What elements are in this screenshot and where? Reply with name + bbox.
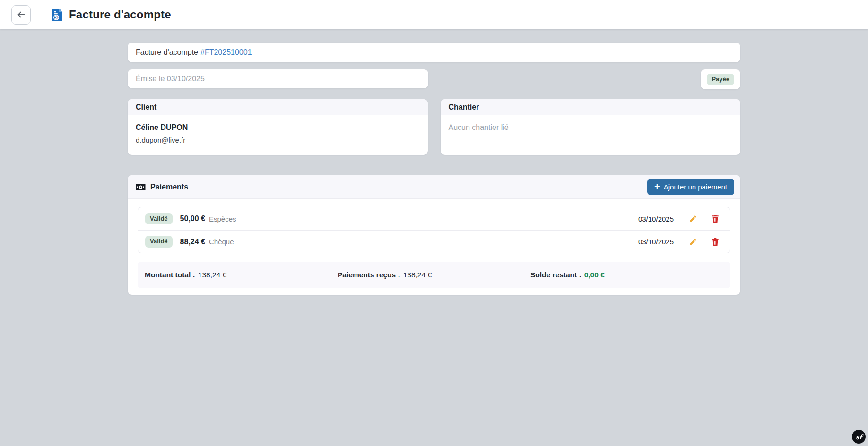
svg-text:$: $ xyxy=(55,15,58,20)
payment-date: 03/10/2025 xyxy=(638,215,674,223)
edit-payment-button[interactable] xyxy=(689,238,697,246)
client-email: d.dupon@live.fr xyxy=(136,136,420,144)
payment-method: Chèque xyxy=(209,238,234,246)
delete-payment-button[interactable] xyxy=(712,238,719,246)
client-card: Client Céline DUPON d.dupon@live.fr xyxy=(128,99,428,155)
delete-payment-button[interactable] xyxy=(712,214,719,223)
payment-row: Validé 88,24 € Chèque 03/10/2025 xyxy=(138,230,730,253)
back-button[interactable] xyxy=(11,5,31,25)
pencil-icon xyxy=(689,214,697,223)
balance-remaining: Solde restant : 0,00 € xyxy=(530,271,723,279)
edit-payment-button[interactable] xyxy=(689,214,697,223)
back-arrow-icon xyxy=(16,9,26,20)
chantier-empty-text: Aucun chantier lié xyxy=(449,123,733,132)
payment-status-badge: Validé xyxy=(145,213,173,224)
client-section-title: Client xyxy=(128,99,428,115)
main-content: Facture d'acompte #FT202510001 Émise le … xyxy=(128,29,740,295)
payments-section-title: Paiements xyxy=(150,183,188,191)
invoice-meta-row: Émise le 03/10/2025 Payée xyxy=(128,69,740,89)
payments-totals: Montant total : 138,24 € Paiements reçus… xyxy=(138,262,730,288)
trash-icon xyxy=(712,214,719,223)
top-bar: $ Facture d'acompte xyxy=(0,0,868,29)
payment-row: Validé 50,00 € Espèces 03/10/2025 xyxy=(138,207,730,230)
total-amount-value: 138,24 € xyxy=(198,271,226,279)
invoice-title-field[interactable]: Facture d'acompte #FT202510001 xyxy=(128,43,740,62)
client-body: Céline DUPON d.dupon@live.fr xyxy=(128,115,428,155)
add-payment-button[interactable]: + Ajouter un paiement xyxy=(647,179,734,195)
payments-received-label: Paiements reçus : xyxy=(338,271,400,279)
payments-received-value: 138,24 € xyxy=(403,271,432,279)
payment-status-badge: Validé xyxy=(145,236,173,247)
total-amount: Montant total : 138,24 € xyxy=(145,271,338,279)
invoice-title-prefix: Facture d'acompte xyxy=(136,48,198,57)
payment-amount: 88,24 € xyxy=(180,238,205,246)
payments-list: Validé 50,00 € Espèces 03/10/2025 xyxy=(138,207,730,253)
chantier-section-title: Chantier xyxy=(441,99,741,115)
payments-header: Paiements + Ajouter un paiement xyxy=(128,175,740,199)
pencil-icon xyxy=(689,238,697,246)
payment-row-actions: 03/10/2025 xyxy=(638,214,723,223)
page-title: Facture d'acompte xyxy=(69,8,171,21)
payments-card: Paiements + Ajouter un paiement Validé 5… xyxy=(128,175,740,295)
invoice-number: #FT202510001 xyxy=(200,48,252,57)
total-amount-label: Montant total : xyxy=(145,271,195,279)
payments-title-group: Paiements xyxy=(136,183,188,191)
chantier-card: Chantier Aucun chantier lié xyxy=(441,99,741,155)
issue-date-field[interactable]: Émise le 03/10/2025 xyxy=(128,69,428,88)
symfony-toolbar-button[interactable]: sf xyxy=(852,430,866,444)
info-grid: Client Céline DUPON d.dupon@live.fr Chan… xyxy=(128,99,740,155)
add-payment-label: Ajouter un paiement xyxy=(664,183,727,191)
topbar-divider xyxy=(41,8,41,22)
balance-remaining-label: Solde restant : xyxy=(530,271,582,279)
trash-icon xyxy=(712,238,719,246)
payments-received: Paiements reçus : 138,24 € xyxy=(338,271,530,279)
payments-body: Validé 50,00 € Espèces 03/10/2025 xyxy=(128,199,740,295)
payment-amount: 50,00 € xyxy=(180,214,205,223)
payment-row-actions: 03/10/2025 xyxy=(638,238,723,246)
balance-remaining-value: 0,00 € xyxy=(584,271,605,279)
status-badge: Payée xyxy=(707,74,734,85)
payment-method: Espèces xyxy=(209,215,236,223)
status-card: Payée xyxy=(701,69,740,89)
client-name: Céline DUPON xyxy=(136,123,420,132)
plus-icon: + xyxy=(654,182,660,191)
chantier-body: Aucun chantier lié xyxy=(441,115,741,155)
invoice-dollar-icon: $ xyxy=(51,8,63,22)
banknote-icon xyxy=(136,183,146,191)
payment-date: 03/10/2025 xyxy=(638,238,674,246)
